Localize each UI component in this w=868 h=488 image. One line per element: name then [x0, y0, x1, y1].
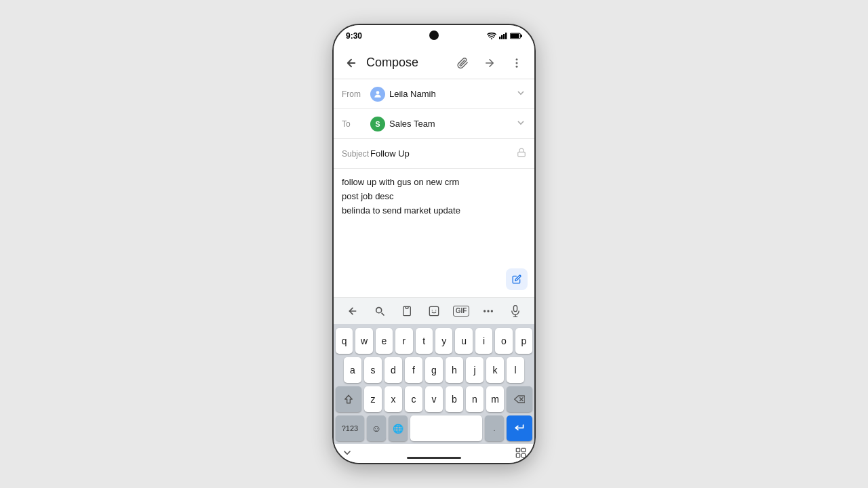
lock-icon: [517, 148, 526, 159]
status-time: 9:30: [346, 31, 362, 41]
send-button[interactable]: [477, 51, 502, 75]
from-field[interactable]: From Leila Namih: [334, 79, 534, 109]
key-s[interactable]: s: [364, 357, 382, 383]
shift-key[interactable]: [336, 386, 361, 412]
svg-rect-14: [406, 306, 408, 308]
back-button[interactable]: [339, 51, 363, 75]
phone-frame: 9:30: [332, 24, 536, 464]
keyboard-clipboard-button[interactable]: [396, 300, 418, 322]
svg-rect-25: [521, 448, 525, 451]
keyboard-row-1: q w e r t y u i o p: [336, 328, 532, 354]
svg-rect-19: [513, 305, 517, 311]
svg-rect-24: [516, 448, 519, 451]
key-u[interactable]: u: [455, 328, 472, 354]
enter-key[interactable]: [507, 415, 532, 441]
key-e[interactable]: e: [376, 328, 393, 354]
key-v[interactable]: v: [425, 386, 443, 412]
svg-point-13: [376, 307, 382, 312]
key-x[interactable]: x: [384, 386, 402, 412]
app-bar: Compose: [334, 47, 534, 79]
app-bar-actions: [450, 51, 529, 75]
subject-field[interactable]: Subject Follow Up: [334, 139, 534, 169]
space-key[interactable]: [410, 415, 482, 441]
key-p[interactable]: p: [515, 328, 532, 354]
svg-point-9: [516, 62, 518, 64]
compose-line-3: belinda to send market update: [342, 204, 526, 218]
key-d[interactable]: d: [384, 357, 402, 383]
battery-icon: [510, 33, 522, 39]
to-avatar-initial: S: [375, 120, 380, 128]
to-expand-icon[interactable]: [515, 117, 526, 130]
key-g[interactable]: g: [425, 357, 443, 383]
formatting-button[interactable]: [506, 268, 528, 290]
svg-rect-3: [503, 34, 505, 39]
chevron-down-icon[interactable]: [342, 447, 353, 460]
compose-text: follow up with gus on new crm post job d…: [342, 176, 526, 218]
subject-label: Subject: [342, 149, 370, 159]
to-label: To: [342, 119, 370, 129]
svg-rect-4: [505, 33, 507, 39]
num-key[interactable]: ?123: [336, 415, 364, 441]
attach-button[interactable]: [450, 51, 475, 75]
keyboard-toolbar: GIF: [334, 297, 534, 324]
compose-title: Compose: [363, 56, 450, 70]
key-l[interactable]: l: [507, 357, 524, 383]
key-m[interactable]: m: [486, 386, 504, 412]
key-z[interactable]: z: [364, 386, 382, 412]
key-w[interactable]: w: [355, 328, 372, 354]
key-r[interactable]: r: [395, 328, 412, 354]
keyboard-mic-button[interactable]: [505, 300, 526, 322]
key-j[interactable]: j: [466, 357, 484, 383]
from-label: From: [342, 89, 370, 99]
subject-value[interactable]: Follow Up: [370, 148, 517, 159]
key-n[interactable]: n: [466, 386, 484, 412]
status-icons: [487, 33, 522, 39]
keyboard-row-4: ?123 ☺ 🌐 .: [336, 415, 532, 441]
keyboard-row-3: z x c v b n m: [336, 386, 532, 412]
key-f[interactable]: f: [405, 357, 422, 383]
key-o[interactable]: o: [495, 328, 512, 354]
key-y[interactable]: y: [435, 328, 452, 354]
to-field[interactable]: To S Sales Team: [334, 109, 534, 139]
globe-key[interactable]: 🌐: [389, 415, 408, 441]
keyboard-grid-icon[interactable]: [515, 447, 526, 460]
camera-notch: [429, 30, 439, 40]
key-k[interactable]: k: [486, 357, 504, 383]
svg-rect-27: [521, 453, 525, 457]
keyboard-more-button[interactable]: [477, 300, 499, 322]
key-h[interactable]: h: [446, 357, 463, 383]
keyboard-search-button[interactable]: [369, 300, 391, 322]
more-button[interactable]: [505, 51, 529, 75]
svg-point-10: [516, 65, 518, 67]
signal-icon: [499, 33, 507, 39]
key-a[interactable]: a: [344, 357, 361, 383]
to-name: Sales Team: [389, 119, 435, 129]
key-i[interactable]: i: [475, 328, 492, 354]
compose-area[interactable]: follow up with gus on new crm post job d…: [334, 169, 534, 297]
svg-rect-6: [511, 34, 519, 38]
emoji-key[interactable]: ☺: [367, 415, 386, 441]
compose-line-2: post job desc: [342, 190, 526, 204]
svg-point-18: [491, 310, 493, 312]
keyboard-sticker-button[interactable]: [423, 300, 445, 322]
key-t[interactable]: t: [416, 328, 433, 354]
backspace-key[interactable]: [507, 386, 532, 412]
to-avatar: S: [370, 117, 385, 131]
svg-rect-15: [429, 306, 438, 315]
bottom-nav: [334, 444, 534, 463]
from-expand-icon[interactable]: [515, 87, 526, 100]
svg-rect-2: [501, 35, 502, 39]
from-value-container: Leila Namih: [370, 87, 515, 102]
email-body: From Leila Namih To S Sales Team: [334, 79, 534, 297]
keyboard-gif-button[interactable]: GIF: [450, 300, 472, 322]
key-b[interactable]: b: [446, 386, 463, 412]
period-key[interactable]: .: [485, 415, 504, 441]
keyboard-back-button[interactable]: [342, 300, 363, 322]
key-c[interactable]: c: [405, 386, 422, 412]
svg-rect-7: [521, 35, 522, 37]
gif-label: GIF: [453, 306, 470, 317]
svg-rect-1: [499, 37, 500, 39]
key-q[interactable]: q: [336, 328, 353, 354]
svg-rect-26: [516, 453, 519, 457]
svg-point-17: [487, 310, 489, 312]
